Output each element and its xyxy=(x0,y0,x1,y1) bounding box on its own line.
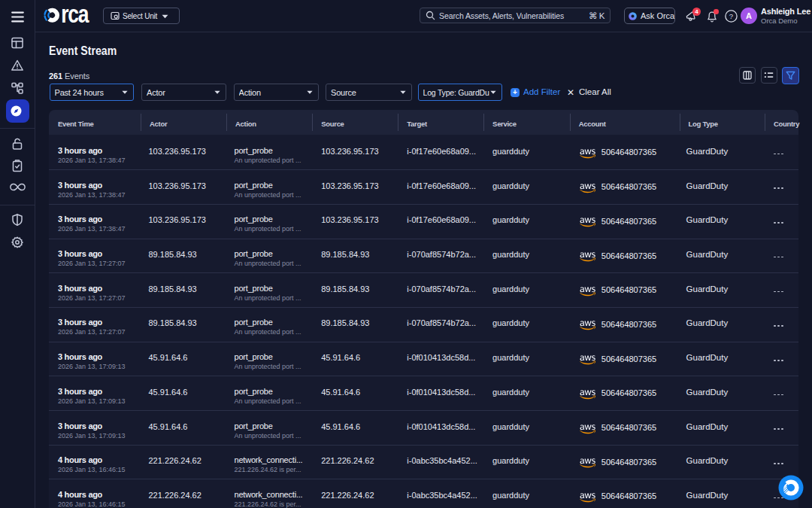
svg-text:rca: rca xyxy=(61,6,89,27)
svg-text:?: ? xyxy=(729,12,733,20)
